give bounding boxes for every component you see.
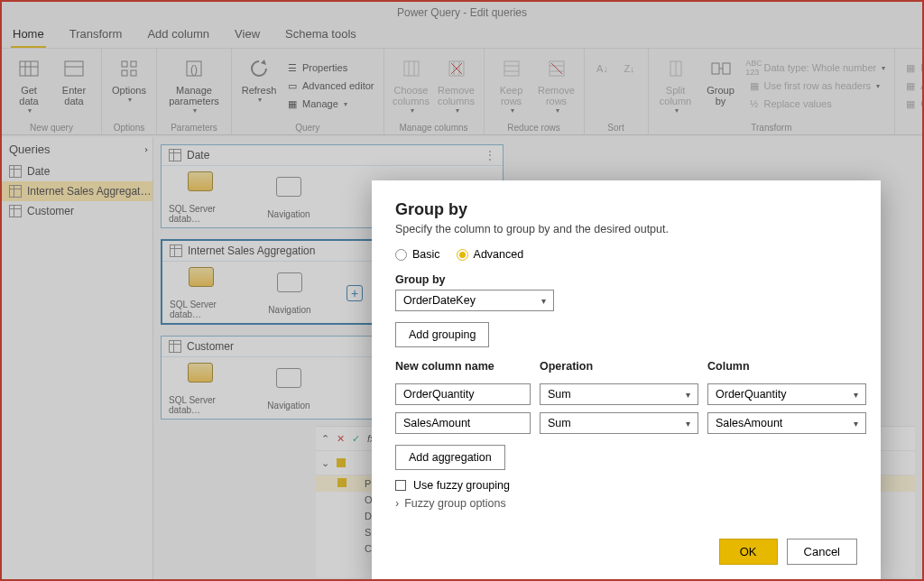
- chevron-down-icon: ▾: [854, 390, 858, 400]
- label-new-column: New column name: [395, 360, 531, 373]
- column-select-1[interactable]: SalesAmount▾: [707, 412, 866, 434]
- dialog-title: Group by: [395, 200, 857, 219]
- newname-input-1[interactable]: SalesAmount: [395, 412, 531, 434]
- chevron-down-icon: ▾: [686, 390, 690, 400]
- label-operation: Operation: [540, 360, 698, 373]
- radio-advanced[interactable]: Advanced: [457, 248, 524, 261]
- chevron-down-icon: ▾: [541, 296, 546, 306]
- cancel-button[interactable]: Cancel: [787, 539, 857, 565]
- operation-select-1[interactable]: Sum▾: [540, 412, 698, 434]
- groupby-label: Group by: [395, 273, 857, 286]
- add-aggregation-button[interactable]: Add aggregation: [395, 445, 505, 470]
- chevron-right-icon: ›: [395, 497, 399, 510]
- groupby-select[interactable]: OrderDateKey▾: [395, 290, 554, 311]
- chevron-down-icon: ▾: [686, 419, 690, 429]
- fuzzy-label: Use fuzzy grouping: [413, 479, 510, 492]
- dialog-subtitle: Specify the column to group by and the d…: [395, 223, 857, 235]
- ok-button[interactable]: OK: [719, 539, 778, 565]
- chevron-down-icon: ▾: [854, 419, 858, 429]
- radio-basic[interactable]: Basic: [395, 248, 440, 261]
- operation-select-0[interactable]: Sum▾: [540, 383, 698, 405]
- column-select-0[interactable]: OrderQuantity▾: [707, 383, 866, 405]
- label-column: Column: [707, 360, 866, 373]
- fuzzy-options-toggle[interactable]: ›Fuzzy group options: [395, 497, 857, 510]
- add-grouping-button[interactable]: Add grouping: [395, 322, 489, 347]
- fuzzy-checkbox[interactable]: [395, 480, 406, 491]
- newname-input-0[interactable]: OrderQuantity: [395, 383, 531, 405]
- group-by-dialog: Group by Specify the column to group by …: [372, 180, 881, 581]
